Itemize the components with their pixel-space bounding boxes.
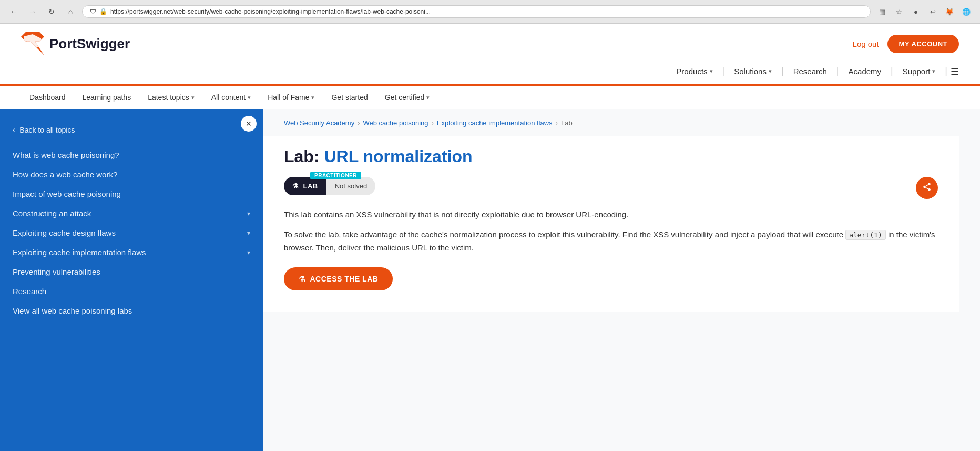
extension-1-icon[interactable]: ● bbox=[908, 4, 923, 19]
subnav-get-started[interactable]: Get started bbox=[323, 86, 376, 109]
latest-topics-chevron-icon: ▾ bbox=[191, 94, 195, 101]
sidebar-item-impact[interactable]: Impact of web cache poisoning bbox=[0, 184, 263, 204]
extension-2-icon[interactable]: ↩ bbox=[925, 4, 940, 19]
forward-button[interactable]: → bbox=[25, 4, 40, 19]
not-solved-badge: Not solved bbox=[326, 177, 375, 195]
svg-point-0 bbox=[928, 183, 931, 186]
subnav-all-content[interactable]: All content ▾ bbox=[203, 86, 259, 109]
share-icon bbox=[922, 182, 932, 194]
sidebar-item-exploiting-design[interactable]: Exploiting cache design flaws ▾ bbox=[0, 223, 263, 243]
qr-icon[interactable]: ▦ bbox=[875, 4, 890, 19]
hall-of-fame-chevron-icon: ▾ bbox=[311, 94, 314, 101]
breadcrumb: Web Security Academy › Web cache poisoni… bbox=[263, 109, 980, 136]
sub-nav: Dashboard Learning paths Latest topics ▾… bbox=[0, 86, 980, 109]
shield-icon: 🛡 bbox=[90, 8, 96, 15]
exploiting-impl-chevron-icon: ▾ bbox=[247, 249, 250, 256]
nav-separator-1: | bbox=[722, 66, 725, 77]
lab-title: Lab: URL normalization bbox=[284, 147, 938, 166]
logo-area: PortSwigger bbox=[21, 32, 130, 55]
main-layout: ✕ ‹ Back to all topics What is web cache… bbox=[0, 109, 980, 451]
back-arrow-icon: ‹ bbox=[13, 125, 15, 135]
browser-actions: ▦ ☆ ● ↩ 🦊 🌐 bbox=[875, 4, 974, 19]
share-button[interactable] bbox=[916, 177, 938, 199]
nav-item-support[interactable]: Support ▾ bbox=[896, 64, 942, 79]
content-area: Web Security Academy › Web cache poisoni… bbox=[263, 109, 980, 451]
sidebar-item-exploiting-impl[interactable]: Exploiting cache implementation flaws ▾ bbox=[0, 243, 263, 262]
sidebar-item-constructing[interactable]: Constructing an attack ▾ bbox=[0, 204, 263, 223]
nav-item-products[interactable]: Products ▾ bbox=[670, 64, 719, 79]
subnav-dashboard[interactable]: Dashboard bbox=[21, 86, 74, 109]
nav-separator-3: | bbox=[836, 66, 839, 77]
close-icon: ✕ bbox=[246, 119, 252, 128]
reload-button[interactable]: ↻ bbox=[44, 4, 59, 19]
hamburger-menu-icon[interactable]: ☰ bbox=[951, 66, 959, 77]
sidebar-back-button[interactable]: ‹ Back to all topics bbox=[0, 120, 263, 145]
nav-separator-5: | bbox=[945, 66, 947, 77]
my-account-button[interactable]: MY ACCOUNT bbox=[887, 35, 959, 53]
lab-description-1: This lab contains an XSS vulnerability t… bbox=[284, 208, 938, 222]
sidebar-item-what-is[interactable]: What is web cache poisoning? bbox=[0, 145, 263, 165]
extension-globe-icon[interactable]: 🌐 bbox=[959, 4, 974, 19]
nav-item-research[interactable]: Research bbox=[787, 64, 833, 79]
subnav-latest-topics[interactable]: Latest topics ▾ bbox=[139, 86, 203, 109]
nav-item-solutions[interactable]: Solutions ▾ bbox=[728, 64, 778, 79]
breadcrumb-web-cache-poisoning[interactable]: Web cache poisoning bbox=[363, 119, 428, 127]
breadcrumb-exploiting-impl-flaws[interactable]: Exploiting cache implementation flaws bbox=[437, 119, 553, 127]
support-chevron-icon: ▾ bbox=[932, 68, 935, 75]
subnav-hall-of-fame[interactable]: Hall of Fame ▾ bbox=[259, 86, 323, 109]
lab-content: Lab: URL normalization PRACTITIONER ⚗ LA… bbox=[263, 136, 959, 312]
lab-title-accent: URL normalization bbox=[324, 147, 472, 166]
lab-description-2-before: To solve the lab, take advantage of the … bbox=[284, 230, 845, 239]
url-text: https://portswigger.net/web-security/web… bbox=[110, 8, 431, 15]
breadcrumb-lab: Lab bbox=[561, 119, 573, 127]
nav-item-academy[interactable]: Academy bbox=[842, 64, 888, 79]
top-nav: Products ▾ | Solutions ▾ | Research | Ac… bbox=[0, 64, 980, 84]
solutions-chevron-icon: ▾ bbox=[769, 68, 772, 75]
svg-point-1 bbox=[923, 186, 926, 188]
subnav-learning-paths[interactable]: Learning paths bbox=[74, 86, 140, 109]
lab-badge-area: PRACTITIONER ⚗ LAB Not solved bbox=[284, 177, 938, 195]
header-right: Log out MY ACCOUNT bbox=[853, 35, 959, 53]
products-chevron-icon: ▾ bbox=[710, 68, 713, 75]
star-icon[interactable]: ☆ bbox=[892, 4, 906, 19]
access-lab-button[interactable]: ⚗ ACCESS THE LAB bbox=[284, 267, 393, 290]
breadcrumb-web-security-academy[interactable]: Web Security Academy bbox=[284, 119, 354, 127]
browser-chrome: ← → ↻ ⌂ 🛡 🔒 https://portswigger.net/web-… bbox=[0, 0, 980, 24]
lab-flask-icon: ⚗ bbox=[292, 182, 299, 190]
exploiting-design-chevron-icon: ▾ bbox=[247, 229, 250, 237]
code-snippet: alert(1) bbox=[845, 230, 886, 240]
site-header-top: PortSwigger Log out MY ACCOUNT bbox=[0, 24, 980, 64]
home-button[interactable]: ⌂ bbox=[63, 4, 78, 19]
portswigger-logo-icon bbox=[21, 32, 44, 55]
sidebar-item-view-all-labs[interactable]: View all web cache poisoning labs bbox=[0, 301, 263, 320]
subnav-get-certified[interactable]: Get certified ▾ bbox=[376, 86, 438, 109]
nav-separator-4: | bbox=[891, 66, 893, 77]
breadcrumb-sep-1: › bbox=[358, 119, 360, 127]
lab-description-2: To solve the lab, take advantage of the … bbox=[284, 228, 938, 255]
site-header: PortSwigger Log out MY ACCOUNT Products … bbox=[0, 24, 980, 86]
access-lab-flask-icon: ⚗ bbox=[299, 275, 306, 283]
lab-badge: ⚗ LAB bbox=[284, 177, 326, 195]
all-content-chevron-icon: ▾ bbox=[248, 94, 251, 101]
sidebar-item-research[interactable]: Research bbox=[0, 282, 263, 301]
breadcrumb-sep-2: › bbox=[432, 119, 434, 127]
get-certified-chevron-icon: ▾ bbox=[426, 94, 430, 101]
breadcrumb-sep-3: › bbox=[556, 119, 558, 127]
svg-line-4 bbox=[925, 185, 928, 186]
logo-text: PortSwigger bbox=[49, 36, 130, 52]
nav-separator-2: | bbox=[781, 66, 784, 77]
sidebar-item-preventing[interactable]: Preventing vulnerabilities bbox=[0, 262, 263, 282]
svg-line-3 bbox=[925, 187, 928, 189]
lock-icon: 🔒 bbox=[99, 8, 107, 15]
sidebar-item-how-does[interactable]: How does a web cache work? bbox=[0, 165, 263, 184]
sidebar: ✕ ‹ Back to all topics What is web cache… bbox=[0, 109, 263, 451]
constructing-chevron-icon: ▾ bbox=[247, 210, 250, 217]
extension-firefox-icon[interactable]: 🦊 bbox=[942, 4, 957, 19]
back-button[interactable]: ← bbox=[6, 4, 21, 19]
address-bar[interactable]: 🛡 🔒 https://portswigger.net/web-security… bbox=[82, 5, 871, 18]
practitioner-tag: PRACTITIONER bbox=[310, 172, 361, 179]
svg-point-2 bbox=[928, 188, 931, 191]
sidebar-close-button[interactable]: ✕ bbox=[241, 116, 257, 132]
logout-link[interactable]: Log out bbox=[853, 39, 879, 48]
